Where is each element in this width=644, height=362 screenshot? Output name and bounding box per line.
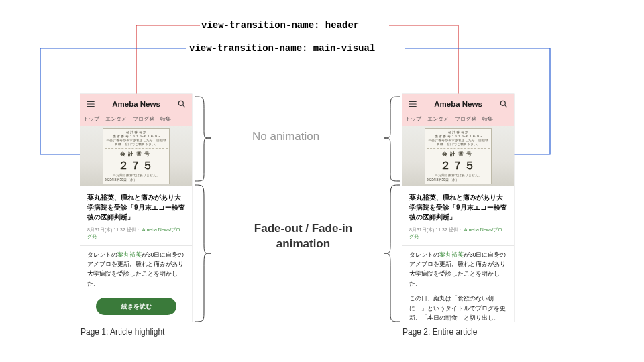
body-prefix: タレントの: [87, 251, 117, 258]
site-title: Ameba News: [434, 100, 482, 108]
tab-bar: トップ エンタメ ブログ発 特集: [80, 114, 192, 126]
ticket-line3: ※会計番号が表示されましたら、自動精算機・窓口でご精算下さい。: [105, 139, 168, 147]
caption-page2: Page 2: Entire article: [402, 327, 477, 337]
article-meta: 8月31日(木) 11:32 提供： Ameba News/ブログ発: [409, 227, 507, 240]
read-more-button[interactable]: 続きを読む: [96, 298, 176, 315]
tab-entertainment[interactable]: エンタメ: [105, 115, 127, 123]
menu-icon[interactable]: [86, 99, 95, 109]
main-visual: 会 計 番 号 票 患 者 番 号：６１６-６１６-９ - ※会計番号が表示され…: [402, 126, 514, 186]
meta-date: 8月31日(木) 11:32: [87, 227, 125, 232]
ticket-date: 2023年8月30日（水）: [105, 178, 137, 182]
tab-top[interactable]: トップ: [405, 115, 421, 123]
ticket-number: ２７５: [105, 159, 168, 173]
ticket-image: 会 計 番 号 票 患 者 番 号：６１６-６１６-９ - ※会計番号が表示され…: [103, 128, 170, 185]
ticket-date: 2023年8月30日（水）: [427, 178, 459, 182]
article-meta: 8月31日(木) 11:32 提供： Ameba News/ブログ発: [87, 227, 185, 240]
article-headline: 薬丸裕英、腫れと痛みがあり大学病院を受診「9月末エコー検査後の医師判断」: [87, 193, 185, 223]
tab-entertainment[interactable]: エンタメ: [427, 115, 449, 123]
site-title: Ameba News: [112, 100, 160, 108]
phone-mock-page1: Ameba News トップ エンタメ ブログ発 特集 会 計 番 号 票 患 …: [80, 94, 192, 322]
menu-icon[interactable]: [408, 99, 417, 109]
annotation-no-animation: No animation: [252, 130, 319, 143]
ticket-image: 会 計 番 号 票 患 者 番 号：６１６-６１６-９ - ※会計番号が表示され…: [425, 128, 492, 185]
article-body-paragraph1: タレントの薬丸裕英が30日に自身のアメブロを更新。腫れと痛みがあり大学病院を受診…: [402, 246, 514, 293]
ticket-note: ※お薬引換券ではありません。: [105, 174, 168, 178]
mobile-header: Ameba News: [402, 94, 514, 114]
tab-blog[interactable]: ブログ発: [455, 115, 476, 123]
main-visual: 会 計 番 号 票 患 者 番 号：６１６-６１６-９ - ※会計番号が表示され…: [80, 126, 192, 186]
article-body-paragraph2: この日、薬丸は「食欲のない朝に…」というタイトルでブログを更新。「本日の朝食」と…: [402, 292, 514, 322]
tab-blog[interactable]: ブログ発: [133, 115, 154, 123]
ticket-label: 会計番号: [427, 151, 490, 158]
phone-mock-page2: Ameba News トップ エンタメ ブログ発 特集 会 計 番 号 票 患 …: [402, 94, 514, 322]
ticket-note: ※お薬引換券ではありません。: [427, 174, 490, 178]
article-headline: 薬丸裕英、腫れと痛みがあり大学病院を受診「9月末エコー検査後の医師判断」: [409, 193, 507, 223]
ticket-line3: ※会計番号が表示されましたら、自動精算機・窓口でご精算下さい。: [427, 139, 490, 147]
article-header: 薬丸裕英、腫れと痛みがあり大学病院を受診「9月末エコー検査後の医師判断」 8月3…: [402, 186, 514, 244]
body-link-name[interactable]: 薬丸裕英: [117, 251, 142, 258]
svg-point-0: [178, 101, 183, 105]
caption-page1: Page 1: Article highlight: [80, 327, 164, 337]
meta-mid: 提供：: [127, 227, 141, 232]
article-header: 薬丸裕英、腫れと痛みがあり大学病院を受診「9月末エコー検査後の医師判断」 8月3…: [80, 186, 192, 244]
svg-point-1: [500, 101, 505, 105]
mobile-header: Ameba News: [80, 94, 192, 114]
ticket-label: 会計番号: [105, 151, 168, 158]
code-label-main-visual: view-transition-name: main-visual: [189, 43, 375, 54]
ticket-number: ２７５: [427, 159, 490, 173]
tab-feature[interactable]: 特集: [482, 115, 493, 123]
tab-feature[interactable]: 特集: [160, 115, 171, 123]
ticket-line2: 患 者 番 号：６１６-６１６-９ -: [427, 134, 490, 139]
body-link-name[interactable]: 薬丸裕英: [439, 251, 464, 258]
search-icon[interactable]: [177, 99, 186, 109]
article-body-excerpt: タレントの薬丸裕英が30日に自身のアメブロを更新。腫れと痛みがあり大学病院を受診…: [80, 246, 192, 293]
tab-top[interactable]: トップ: [83, 115, 99, 123]
tab-bar: トップ エンタメ ブログ発 特集: [402, 114, 514, 126]
meta-mid: 提供：: [449, 227, 463, 232]
ticket-line2: 患 者 番 号：６１６-６１６-９ -: [105, 134, 168, 139]
annotation-fade: Fade-out / Fade-in animation: [236, 221, 370, 252]
body-prefix: タレントの: [409, 251, 439, 258]
code-label-header: view-transition-name: header: [201, 20, 359, 31]
meta-date: 8月31日(木) 11:32: [409, 227, 447, 232]
search-icon[interactable]: [499, 99, 508, 109]
